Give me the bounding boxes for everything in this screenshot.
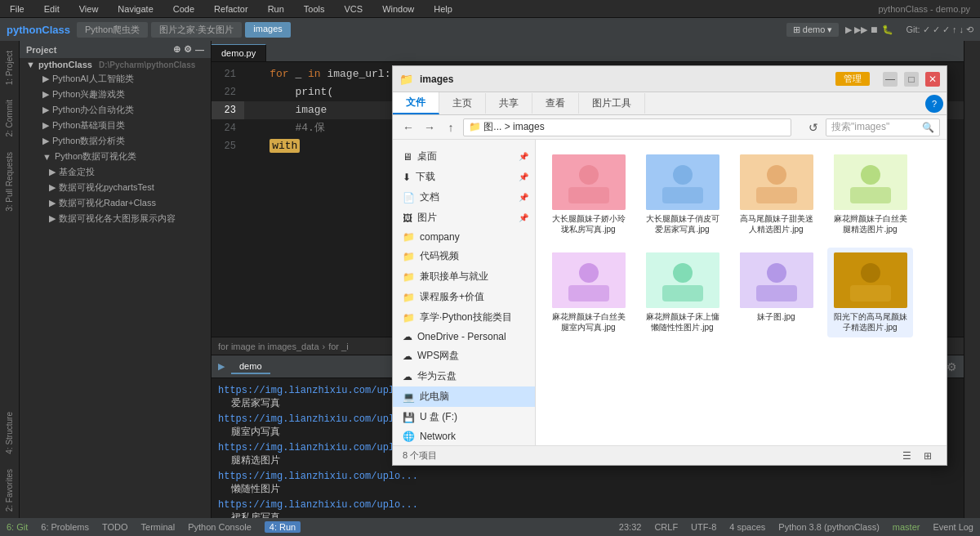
fe-sidebar-desktop[interactable]: 🖥 桌面 📌 — [393, 146, 535, 167]
fe-sidebar-python[interactable]: 📁 享学·Python技能类目 — [393, 307, 535, 328]
sidebar-item-data[interactable]: ▶ Python数据分析类 — [20, 133, 211, 149]
sidebar-root-path: D:\Pycharm\pythonClass — [99, 60, 195, 69]
fe-image-2[interactable]: 大长腿颜妹子俏皮可爱居家写真.jpg — [639, 150, 725, 239]
computer-icon: 💻 — [403, 391, 415, 403]
svg-rect-2 — [568, 187, 609, 203]
fe-sidebar-usb[interactable]: 💾 U 盘 (F:) — [393, 407, 535, 427]
menu-window[interactable]: Window — [379, 2, 417, 16]
code-image: image — [244, 104, 327, 116]
menu-help[interactable]: Help — [430, 2, 456, 16]
status-todo[interactable]: TODO — [102, 522, 128, 532]
fe-sidebar-videos[interactable]: 📁 代码视频 — [393, 246, 535, 266]
status-terminal[interactable]: Terminal — [141, 522, 176, 532]
fe-sidebar-network[interactable]: 🌐 Network — [393, 427, 535, 445]
fe-tab-home[interactable]: 主页 — [439, 93, 486, 114]
fe-sidebar-network-label: Network — [420, 431, 456, 442]
run-tab[interactable]: demo — [231, 360, 270, 374]
fe-manage-btn[interactable]: 管理 — [835, 72, 870, 86]
fe-sidebar: 🖥 桌面 📌 ⬇ 下载 📌 📄 文档 📌 🖼 图片 📌 — [393, 140, 536, 445]
run-link-4[interactable]: https://img.lianzhixiu.com/uplo... — [218, 471, 957, 482]
fe-forward-btn[interactable]: → — [421, 118, 439, 136]
sidebar-item-ai[interactable]: ▶ PythonAI人工智能类 — [20, 71, 211, 87]
menu-vcs[interactable]: VCS — [341, 2, 367, 16]
fe-sidebar-computer[interactable]: 💻 此电脑 — [393, 386, 535, 407]
fe-search-icon: 🔍 — [922, 122, 934, 133]
sidebar-item-basics[interactable]: ▶ Python基础项目类 — [20, 118, 211, 133]
fe-back-btn[interactable]: ← — [399, 118, 417, 136]
fe-sidebar-huawei[interactable]: ☁ 华为云盘 — [393, 366, 535, 386]
fe-close-btn[interactable]: ✕ — [925, 72, 940, 87]
sidebar-item-games[interactable]: ▶ Python兴趣游戏类 — [20, 87, 211, 102]
status-python-console[interactable]: Python Console — [188, 522, 252, 532]
sidebar-root[interactable]: ▼ pythonClass D:\Pycharm\pythonClass — [20, 58, 211, 71]
menu-edit[interactable]: Edit — [41, 2, 63, 16]
fe-minimize-btn[interactable]: — — [883, 72, 898, 87]
status-git[interactable]: 6: Git — [7, 522, 28, 532]
fe-list-view-btn[interactable]: ☰ — [898, 449, 915, 463]
sidebar-icon-minimize[interactable]: — — [195, 45, 204, 55]
fe-tab-view[interactable]: 查看 — [532, 93, 579, 114]
fe-up-btn[interactable]: ↑ — [442, 118, 460, 136]
status-event-log[interactable]: Event Log — [933, 522, 973, 532]
fe-maximize-btn[interactable]: □ — [904, 72, 919, 87]
sidebar-item-dataviz[interactable]: ▼ Python数据可视化类 — [20, 149, 211, 164]
title-tab-1[interactable]: 图片之家·美女图片 — [151, 22, 242, 38]
sidebar-item-pycharts[interactable]: ▶ 数据可视化pychartsTest — [20, 180, 211, 195]
fe-sidebar-download[interactable]: ⬇ 下载 📌 — [393, 167, 535, 187]
fe-sidebar-courses[interactable]: 📁 课程服务+价值 — [393, 287, 535, 307]
sidebar-item-radar[interactable]: ▶ 数据可视化Radar+Class — [20, 195, 211, 211]
fe-grid-view-btn[interactable]: ⊞ — [919, 449, 937, 463]
sidebar-icon-add[interactable]: ⊕ — [173, 44, 180, 55]
fe-image-4[interactable]: 麻花辫颜妹子白丝美腿精选图片.jpg — [827, 150, 913, 239]
menu-file[interactable]: File — [7, 2, 28, 16]
fe-sidebar-pin-icon: 📌 — [519, 152, 528, 161]
status-run[interactable]: 4: Run — [265, 521, 301, 533]
fe-image-3[interactable]: 高马尾颜妹子甜美迷人精选图片.jpg — [733, 150, 819, 239]
sidebar-item-charts[interactable]: ▶ 数据可视化各大图形展示内容 — [20, 211, 211, 226]
fe-sidebar-docs[interactable]: 📄 文档 📌 — [393, 187, 535, 208]
run-settings-icon[interactable]: ⚙ — [947, 360, 957, 373]
editor-tab-demo[interactable]: demo.py — [212, 44, 266, 61]
fe-image-1[interactable]: 大长腿颜妹子娇小玲珑私房写真.jpg — [546, 150, 631, 239]
title-tab-0[interactable]: Python爬虫类 — [77, 22, 148, 38]
menu-code[interactable]: Code — [170, 2, 198, 16]
sidebar-item-fund[interactable]: ▶ 基金定投 — [20, 164, 211, 180]
courses-folder-icon: 📁 — [403, 292, 415, 303]
fe-sidebar-wps[interactable]: ☁ WPS网盘 — [393, 346, 535, 366]
panel-favorites[interactable]: 2: Favorites — [2, 462, 17, 518]
panel-commit[interactable]: 2: Commit — [2, 93, 17, 144]
menu-refactor[interactable]: Refactor — [211, 2, 252, 16]
fe-sidebar-pictures[interactable]: 🖼 图片 📌 — [393, 208, 535, 228]
fe-image-5[interactable]: 麻花辫颜妹子白丝美腿室内写真.jpg — [546, 248, 631, 337]
fe-sidebar-onedrive[interactable]: ☁ OneDrive - Personal — [393, 328, 535, 346]
panel-pull-requests[interactable]: 3: Pull Requests — [2, 145, 17, 218]
svg-point-13 — [579, 263, 599, 283]
fe-search-placeholder: 搜索"images" — [831, 120, 889, 134]
jobs-folder-icon: 📁 — [403, 271, 415, 283]
network-icon: 🌐 — [403, 431, 415, 442]
fe-refresh-btn[interactable]: ↺ — [804, 118, 822, 136]
sidebar-icon-settings[interactable]: ⚙ — [184, 44, 192, 55]
demo-btn[interactable]: ⊞ demo ▾ — [786, 23, 840, 37]
fe-image-6[interactable]: 麻花辫颜妹子床上慵懒随性性图片.jpg — [639, 248, 725, 337]
fe-search-box[interactable]: 搜索"images" 🔍 — [826, 118, 940, 136]
fe-sidebar-company[interactable]: 📁 company — [393, 228, 535, 246]
sidebar-item-office[interactable]: ▶ Python办公自动化类 — [20, 102, 211, 118]
fe-help-btn[interactable]: ? — [925, 95, 943, 113]
menu-navigate[interactable]: Navigate — [114, 2, 156, 16]
fe-image-8[interactable]: 阳光下的高马尾颜妹子精选图片.jpg — [827, 248, 913, 337]
menu-run[interactable]: Run — [265, 2, 287, 16]
fe-sidebar-jobs[interactable]: 📁 兼职接单与就业 — [393, 266, 535, 287]
fe-path-bar[interactable]: 📁 图... > images — [463, 118, 791, 136]
run-link-5[interactable]: https://img.lianzhixiu.com/uplo... — [218, 499, 957, 511]
status-problems[interactable]: 6: Problems — [41, 522, 89, 532]
panel-project[interactable]: 1: Project — [2, 44, 17, 92]
title-tab-2[interactable]: images — [245, 22, 290, 38]
fe-tab-file[interactable]: 文件 — [393, 92, 439, 114]
fe-image-7[interactable]: 妹子图.jpg — [733, 248, 819, 337]
menu-view[interactable]: View — [76, 2, 102, 16]
fe-tab-share[interactable]: 共享 — [486, 93, 532, 114]
fe-tab-picture-tools[interactable]: 图片工具 — [579, 93, 645, 114]
panel-structure[interactable]: 4: Structure — [2, 405, 17, 461]
menu-tools[interactable]: Tools — [301, 2, 328, 16]
